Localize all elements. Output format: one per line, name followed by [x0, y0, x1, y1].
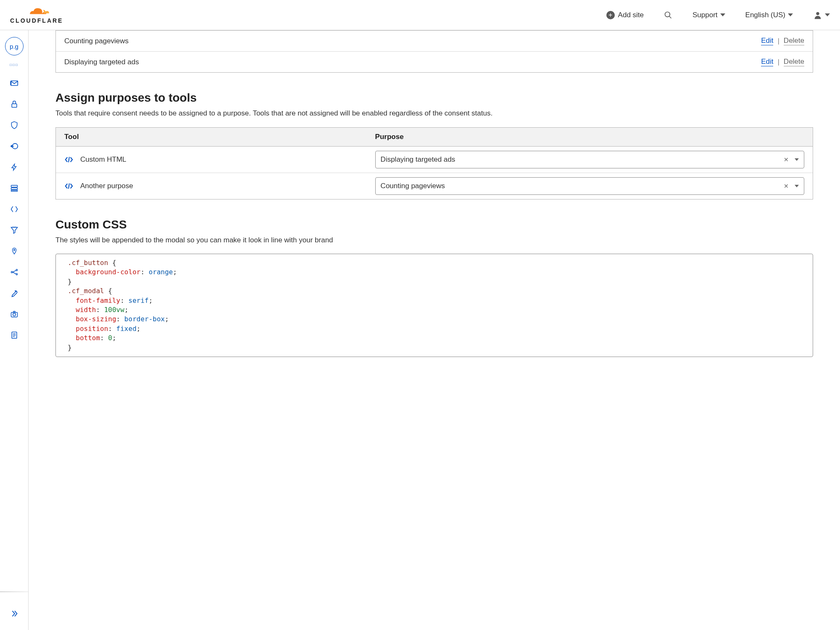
svg-point-20	[13, 313, 16, 316]
svg-rect-7	[12, 104, 17, 107]
network-icon[interactable]	[10, 268, 19, 277]
svg-rect-9	[11, 185, 17, 187]
css-section-title: Custom CSS	[55, 218, 813, 231]
col-header-tool: Tool	[64, 133, 375, 141]
clear-icon[interactable]: ✕	[783, 156, 790, 163]
language-label: English (US)	[745, 11, 785, 19]
cloudflare-logo[interactable]: CLOUDFLARE	[10, 6, 63, 24]
delete-link[interactable]: Delete	[784, 37, 804, 45]
chevron-down-icon	[720, 13, 725, 16]
col-header-purpose: Purpose	[375, 133, 804, 141]
plus-circle-icon: +	[606, 11, 615, 19]
edit-link[interactable]: Edit	[761, 37, 773, 45]
tools-table-header: Tool Purpose	[56, 128, 813, 147]
avatar-initials: p.g	[10, 43, 18, 50]
expand-sidebar-button[interactable]	[10, 609, 19, 618]
chevron-down-icon	[795, 158, 799, 161]
code-icon	[64, 182, 74, 190]
add-site-button[interactable]: + Add site	[606, 11, 644, 19]
pin-icon[interactable]	[10, 247, 19, 256]
database-icon[interactable]	[10, 184, 19, 193]
svg-point-17	[16, 269, 17, 270]
account-avatar[interactable]: p.g	[5, 37, 24, 55]
sidebar: p.g □□□	[0, 30, 29, 630]
select-value: Displaying targeted ads	[381, 155, 779, 164]
code-brackets-icon[interactable]	[10, 205, 19, 214]
select-value: Counting pageviews	[381, 182, 779, 190]
purpose-row: Counting pageviews Edit | Delete	[56, 31, 813, 51]
language-dropdown[interactable]: English (US)	[745, 11, 793, 19]
email-icon[interactable]	[10, 79, 19, 88]
edit-link[interactable]: Edit	[761, 58, 773, 66]
access-icon[interactable]	[10, 142, 19, 151]
tool-row: Another purpose Counting pageviews ✕	[56, 173, 813, 199]
clear-icon[interactable]: ✕	[783, 183, 790, 189]
main-content: Counting pageviews Edit | Delete Display…	[29, 30, 840, 630]
tool-name-label: Another purpose	[80, 182, 133, 190]
search-button[interactable]	[664, 11, 672, 19]
support-dropdown[interactable]: Support	[693, 11, 725, 19]
separator: |	[777, 37, 779, 45]
chevron-down-icon	[795, 185, 799, 187]
tool-row: Custom HTML Displaying targeted ads ✕	[56, 147, 813, 173]
shield-icon[interactable]	[10, 121, 19, 130]
code-icon	[64, 156, 74, 163]
user-icon	[813, 10, 822, 20]
css-code-editor[interactable]: .cf_button { background-color: orange; }…	[55, 254, 813, 357]
header: CLOUDFLARE + Add site Support English (U…	[0, 0, 840, 30]
chevron-down-icon	[825, 13, 830, 16]
tool-name-label: Custom HTML	[80, 155, 126, 164]
svg-point-18	[16, 273, 17, 275]
wrench-icon[interactable]	[10, 289, 19, 298]
svg-line-1	[669, 16, 671, 18]
purpose-row: Displaying targeted ads Edit | Delete	[56, 51, 813, 72]
camera-icon[interactable]	[10, 310, 19, 319]
chevron-down-icon	[788, 13, 793, 16]
assign-section-desc: Tools that require consent needs to be a…	[55, 108, 813, 119]
delete-link[interactable]: Delete	[784, 58, 804, 66]
css-section-desc: The styles will be appended to the modal…	[55, 235, 813, 246]
add-site-label: Add site	[618, 11, 644, 19]
svg-point-16	[11, 271, 12, 273]
purposes-table: Counting pageviews Edit | Delete Display…	[55, 30, 813, 73]
assign-section-title: Assign purposes to tools	[55, 91, 813, 105]
purpose-select[interactable]: Displaying targeted ads ✕	[375, 151, 804, 168]
cloud-icon	[22, 6, 51, 16]
svg-point-2	[816, 12, 819, 15]
logo-text: CLOUDFLARE	[10, 17, 63, 24]
svg-point-15	[13, 249, 15, 251]
document-icon[interactable]	[10, 331, 19, 340]
support-label: Support	[693, 11, 718, 19]
purpose-select[interactable]: Counting pageviews ✕	[375, 177, 804, 195]
svg-rect-10	[11, 188, 17, 189]
purpose-title: Displaying targeted ads	[64, 58, 761, 66]
funnel-icon[interactable]	[10, 226, 19, 235]
account-dropdown[interactable]	[813, 10, 830, 20]
purpose-title: Counting pageviews	[64, 37, 761, 45]
lock-icon[interactable]	[10, 100, 19, 109]
separator: |	[777, 58, 779, 66]
more-dots-icon[interactable]: □□□	[10, 63, 18, 67]
bolt-icon[interactable]	[10, 163, 19, 172]
tools-table: Tool Purpose Custom HTML Displaying targ…	[55, 127, 813, 200]
sidebar-divider	[0, 591, 28, 592]
svg-rect-11	[11, 190, 17, 192]
svg-point-0	[665, 12, 670, 17]
